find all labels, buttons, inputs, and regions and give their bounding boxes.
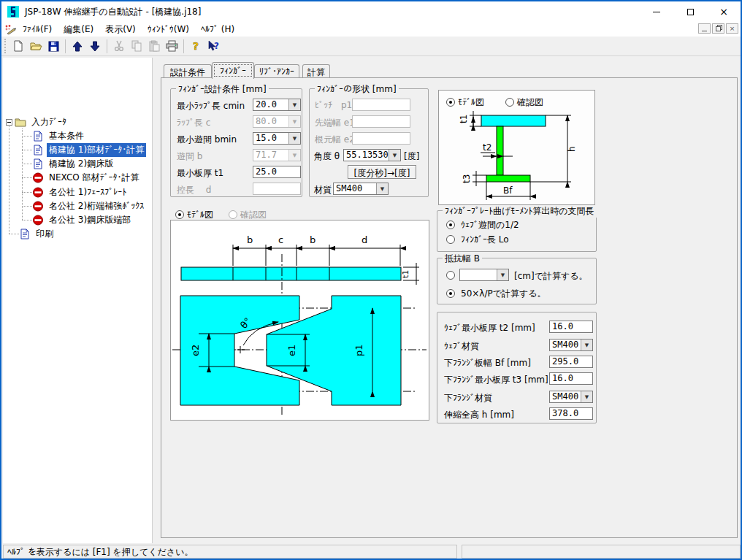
dms-to-degree-button[interactable]: [度分秒]→[度] <box>348 165 416 179</box>
mdi-restore-button[interactable] <box>712 23 724 34</box>
flange-material-combo[interactable]: SM400▼ <box>549 391 593 403</box>
save-button[interactable] <box>45 38 62 55</box>
toolbar-separator <box>183 39 184 53</box>
web-material-combo[interactable]: SM400▼ <box>549 339 593 351</box>
finger-length-radio[interactable] <box>446 235 455 244</box>
tree-item-nexco[interactable]: NEXCO 部材ﾃﾞｰﾀ･計算 <box>32 171 142 185</box>
cm-calc-radio[interactable] <box>446 271 455 280</box>
tab-finger[interactable]: ﾌｨﾝｶﾞｰ <box>212 62 254 79</box>
maximize-button[interactable] <box>673 1 707 22</box>
t1-min-label: 最小板厚 t1 <box>177 167 223 180</box>
mdi-close-button[interactable]: × <box>726 23 738 34</box>
web-min-thickness-label: ｳｪﾌﾞ最小板厚 t2 [mm] <box>444 322 535 334</box>
chevron-down-icon[interactable]: ▼ <box>376 183 388 194</box>
c-label: ﾗｯﾌﾟ長 c <box>177 117 210 129</box>
tree-item-meikosha-1[interactable]: 名公社 1)ﾌｪｰｽﾌﾟﾚｰﾄ <box>32 185 129 199</box>
flange-min-thickness-input[interactable]: 16.0 <box>549 372 593 385</box>
tree-item-label: 名公社 3)鋼床版端部 <box>47 213 133 227</box>
lambda-calc-radio[interactable] <box>446 289 455 298</box>
chevron-down-icon[interactable]: ▼ <box>288 133 300 144</box>
open-button[interactable] <box>27 38 45 55</box>
mdi-minimize-button[interactable] <box>698 23 711 34</box>
print-button[interactable] <box>163 38 180 55</box>
context-help-icon: ? <box>207 40 220 52</box>
chevron-down-icon[interactable]: ▼ <box>581 391 592 402</box>
tree-item-meikosha-2[interactable]: 名公社 2)桁端補強ﾎﾞｯｸｽ <box>32 199 146 213</box>
minimize-icon <box>653 12 660 12</box>
status-help-text: ﾍﾙﾌﾟ を表示するには [F1] を押してください。 <box>3 545 457 559</box>
cmin-combo[interactable]: 20.0▼ <box>253 99 301 111</box>
svg-text:p1: p1 <box>353 344 364 356</box>
tree-item-basic-conditions[interactable]: 基本条件 <box>32 129 86 143</box>
web-min-thickness-input[interactable]: 16.0 <box>549 321 593 333</box>
tree-connector <box>22 164 32 164</box>
no-entry-icon <box>32 172 44 183</box>
ibeam-confirm-radio[interactable] <box>505 98 514 107</box>
ibeam-model-radio[interactable] <box>446 98 455 107</box>
tab-design-conditions[interactable]: 設計条件 <box>164 64 212 78</box>
finger-tab-page: ﾌｨﾝｶﾞｰ設計条件 [mm] 最小ﾗｯﾌﾟ長 cmin 20.0▼ ﾗｯﾌﾟ長… <box>161 77 738 538</box>
tree-item-kyokenkyo-1[interactable]: 橋建協 1)部材ﾃﾞｰﾀ･計算 <box>32 143 146 157</box>
app-icon <box>7 6 19 18</box>
tree-collapse-toggle[interactable] <box>6 119 12 126</box>
help-button[interactable]: ? <box>187 38 204 55</box>
menu-help[interactable]: ﾍﾙﾌﾟ (H) <box>195 23 240 36</box>
chevron-down-icon[interactable]: ▼ <box>497 269 508 280</box>
total-height-input[interactable]: 378.0 <box>549 407 593 420</box>
flange-width-input[interactable]: 295.0 <box>549 356 593 368</box>
tab-calculation[interactable]: 計算 <box>302 64 330 78</box>
cm-calc-label: [cm]で計算する。 <box>514 270 588 283</box>
new-button[interactable] <box>9 38 27 55</box>
menu-window[interactable]: ｳｨﾝﾄﾞｳ(W) <box>142 23 195 36</box>
mdi-minimize-icon <box>702 31 707 31</box>
tree-connector <box>22 206 32 207</box>
copy-button <box>128 38 145 55</box>
ibeam-section-figure: t1 t2 t3 h Bf <box>439 110 594 204</box>
flange-width-label: 下ﾌﾗﾝｼﾞ板幅 Bf [mm] <box>444 357 531 369</box>
t1-min-input[interactable]: 25.0 <box>253 166 301 178</box>
flange-min-thickness-label: 下ﾌﾗﾝｼﾞ最小板厚 t3 [mm] <box>444 374 548 386</box>
menu-file[interactable]: ﾌｧｲﾙ(F) <box>17 23 58 36</box>
menu-view[interactable]: 表示(V) <box>99 22 142 37</box>
svg-text:?: ? <box>193 40 199 52</box>
group-title: ﾌｨﾝｶﾞｰの形状 [mm] <box>315 83 399 96</box>
c-combo: 80.0▼ <box>253 115 301 128</box>
svg-text:t1: t1 <box>401 270 410 278</box>
menu-edit[interactable]: 編集(E) <box>58 22 99 37</box>
group-title: ﾌｨﾝｶﾞｰﾌﾟﾚｰﾄ曲げﾓｰﾒﾝﾄ算出時の支間長 <box>443 205 597 218</box>
tree-item-print[interactable]: 印刷 <box>19 227 56 241</box>
material-combo[interactable]: SM400▼ <box>333 183 389 195</box>
e1-label: 先端幅 e1 <box>315 117 355 129</box>
svg-text:e2: e2 <box>190 345 201 356</box>
context-help-button[interactable]: ? <box>204 38 222 55</box>
tree-item-meikosha-3[interactable]: 名公社 3)鋼床版端部 <box>32 213 133 227</box>
paste-button <box>145 38 163 55</box>
move-up-button[interactable] <box>69 38 86 55</box>
tree-item-input-data[interactable]: 入力ﾃﾞｰﾀ <box>15 115 69 129</box>
plan-model-radio[interactable] <box>175 210 184 219</box>
b-label: 遊間 b <box>177 150 202 163</box>
chevron-down-icon[interactable]: ▼ <box>581 340 592 350</box>
close-button[interactable]: × <box>707 1 741 22</box>
minimize-button[interactable] <box>640 1 673 22</box>
b-combo: 71.7▼ <box>253 149 301 161</box>
paste-icon <box>149 40 160 52</box>
move-down-button[interactable] <box>86 38 104 55</box>
angle-label: 角度 θ <box>314 150 340 163</box>
degree-unit-label: [度] <box>404 150 419 163</box>
web-gap-half-radio[interactable] <box>446 220 455 229</box>
material-label: 材質 <box>314 184 332 196</box>
chevron-down-icon[interactable]: ▼ <box>288 99 300 110</box>
svg-text:?: ? <box>214 41 219 51</box>
web-material-label: ｳｪﾌﾞ材質 <box>444 340 479 353</box>
tab-rib-anchor[interactable]: ﾘﾌﾞ･ｱﾝｶｰ <box>254 64 299 78</box>
app-window: JSP-18W 伸縮継手の自動設計 - [橋建協.j18] × ﾌｧｲﾙ(F) … <box>0 0 742 560</box>
chevron-down-icon[interactable]: ▼ <box>389 150 400 161</box>
cut-button <box>110 38 128 55</box>
tree-item-kyokenkyo-2[interactable]: 橋建協 2)鋼床版 <box>32 157 115 171</box>
svg-text:t1: t1 <box>459 115 469 123</box>
bmin-combo[interactable]: 15.0▼ <box>253 132 301 145</box>
maximize-icon <box>687 9 694 15</box>
angle-combo[interactable]: 55.13530▼ <box>343 149 401 161</box>
cm-value-combo[interactable]: ▼ <box>459 269 509 281</box>
